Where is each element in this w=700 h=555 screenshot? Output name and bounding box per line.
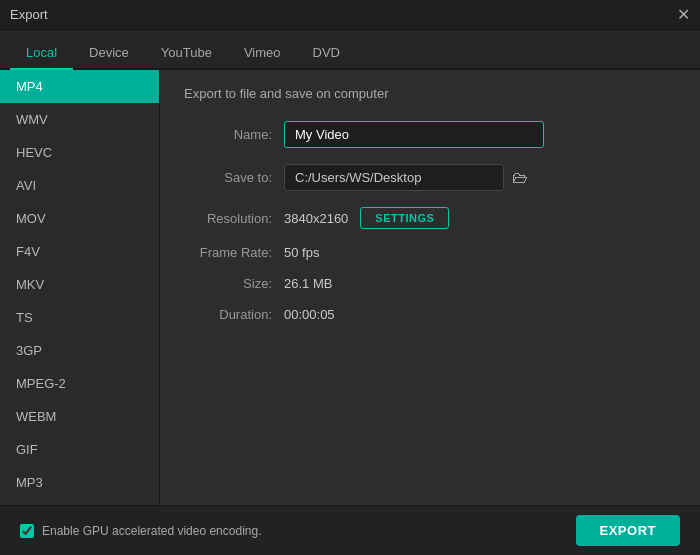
tab-device[interactable]: Device [73,37,145,70]
frame-rate-row: Frame Rate: 50 fps [184,245,676,260]
main-layout: MP4 WMV HEVC AVI MOV F4V MKV TS 3GP MPEG… [0,70,700,505]
name-row: Name: [184,121,676,148]
sidebar-item-mov[interactable]: MOV [0,202,159,235]
tab-dvd[interactable]: DVD [297,37,356,70]
save-to-label: Save to: [184,170,284,185]
duration-value: 00:00:05 [284,307,335,322]
settings-button[interactable]: SETTINGS [360,207,449,229]
name-input[interactable] [284,121,544,148]
sidebar-item-hevc[interactable]: HEVC [0,136,159,169]
size-value: 26.1 MB [284,276,332,291]
tab-bar: Local Device YouTube Vimeo DVD [0,30,700,70]
resolution-row: Resolution: 3840x2160 SETTINGS [184,207,676,229]
gpu-checkbox[interactable] [20,524,34,538]
sidebar-item-mp3[interactable]: MP3 [0,466,159,499]
close-button[interactable]: ✕ [677,7,690,23]
name-label: Name: [184,127,284,142]
tab-vimeo[interactable]: Vimeo [228,37,297,70]
sidebar-item-gif[interactable]: GIF [0,433,159,466]
save-to-row: Save to: C:/Users/WS/Desktop 🗁 [184,164,676,191]
title-bar: Export ✕ [0,0,700,30]
export-button[interactable]: EXPORT [576,515,680,546]
sidebar-item-3gp[interactable]: 3GP [0,334,159,367]
section-title: Export to file and save on computer [184,86,676,101]
sidebar-item-mpeg2[interactable]: MPEG-2 [0,367,159,400]
window-title: Export [10,7,48,22]
resolution-value: 3840x2160 [284,211,348,226]
sidebar-item-webm[interactable]: WEBM [0,400,159,433]
frame-rate-label: Frame Rate: [184,245,284,260]
folder-icon[interactable]: 🗁 [512,169,528,187]
sidebar-item-wmv[interactable]: WMV [0,103,159,136]
sidebar-item-mkv[interactable]: MKV [0,268,159,301]
format-sidebar: MP4 WMV HEVC AVI MOV F4V MKV TS 3GP MPEG… [0,70,160,505]
tab-local[interactable]: Local [10,37,73,70]
sidebar-item-avi[interactable]: AVI [0,169,159,202]
duration-label: Duration: [184,307,284,322]
resolution-label: Resolution: [184,211,284,226]
tab-youtube[interactable]: YouTube [145,37,228,70]
size-row: Size: 26.1 MB [184,276,676,291]
save-to-path: C:/Users/WS/Desktop [284,164,504,191]
sidebar-item-ts[interactable]: TS [0,301,159,334]
export-content: Export to file and save on computer Name… [160,70,700,505]
size-label: Size: [184,276,284,291]
bottom-bar: Enable GPU accelerated video encoding. E… [0,505,700,555]
frame-rate-value: 50 fps [284,245,319,260]
sidebar-item-mp4[interactable]: MP4 [0,70,159,103]
gpu-label[interactable]: Enable GPU accelerated video encoding. [20,524,261,538]
duration-row: Duration: 00:00:05 [184,307,676,322]
sidebar-item-f4v[interactable]: F4V [0,235,159,268]
gpu-label-text: Enable GPU accelerated video encoding. [42,524,261,538]
